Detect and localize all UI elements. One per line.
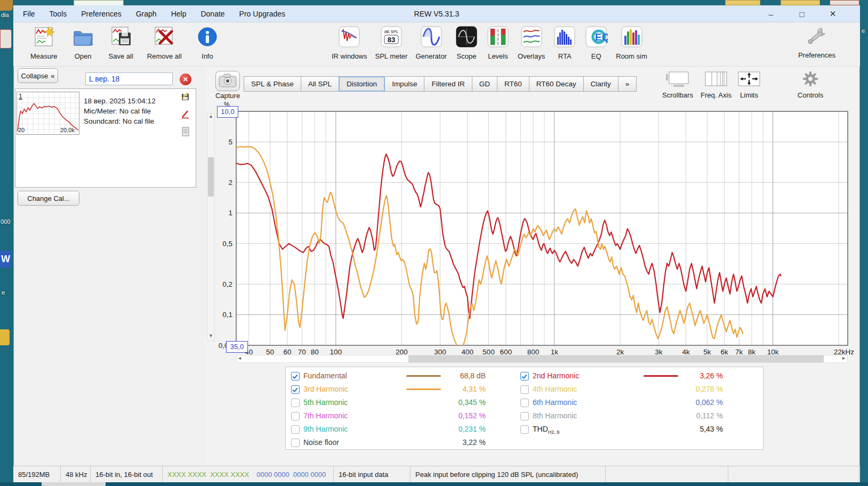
svg-text:6: 6	[497, 37, 499, 41]
eq-button[interactable]: EQEQ	[584, 25, 608, 60]
levels-icon: 0369	[486, 25, 510, 51]
collapse-button[interactable]: Collapse «	[18, 68, 58, 83]
desktop-icon-fragment	[0, 29, 12, 48]
tab-rt60[interactable]: RT60	[497, 76, 529, 92]
graph-tabs: SPL & PhaseAll SPLDistortionImpulseFilte…	[244, 76, 637, 92]
legend-value-3rd-harmonic: 4,31 %	[427, 385, 486, 393]
legend-label-5th-harmonic: 5th Harmonic	[303, 398, 348, 407]
checkbox-2nd-harmonic[interactable]	[520, 372, 529, 380]
overlays-button[interactable]: Overlays	[518, 25, 545, 60]
tab-spl-phase[interactable]: SPL & Phase	[244, 76, 301, 92]
desktop-icon-label-fragment: e	[862, 28, 865, 34]
tab-rt60-decay[interactable]: RT60 Decay	[529, 76, 584, 92]
capture-button[interactable]	[215, 71, 240, 91]
status-hex: XXXX XXXX XXXX XXXX	[167, 471, 249, 479]
menu-pro-upgrades[interactable]: Pro Upgrades	[239, 10, 285, 18]
status-bar: 85/192MB48 kHz16-bit in, 16-bit outXXXX …	[13, 466, 860, 482]
rta-button[interactable]: RTA	[553, 25, 576, 60]
legend-value-4th-harmonic: 0,278 %	[664, 385, 723, 393]
checkbox-3rd-harmonic[interactable]	[291, 385, 300, 394]
eq-icon: EQ	[584, 25, 608, 51]
limits-button[interactable]: Limits	[724, 71, 775, 99]
scroll-right-icon[interactable]: ►	[841, 356, 846, 361]
measure-icon	[32, 25, 55, 51]
tab-filtered-ir[interactable]: Filtered IR	[424, 76, 472, 92]
levels-button[interactable]: 0369Levels	[486, 25, 510, 60]
checkbox-4th-harmonic[interactable]	[520, 385, 529, 394]
checkbox-fundamental[interactable]	[291, 372, 300, 380]
tab-distortion[interactable]: Distortion	[339, 76, 385, 92]
desktop-icon-fragment	[0, 0, 13, 11]
legend-label-2nd-harmonic: 2nd Harmonic	[533, 371, 579, 380]
menu-donate[interactable]: Donate	[200, 10, 224, 18]
tab-gd[interactable]: GD	[472, 76, 497, 92]
tab-clarity[interactable]: Clarity	[583, 76, 618, 92]
legend-label-noise-floor: Noise floor	[303, 438, 339, 447]
menu-file[interactable]: File	[23, 10, 35, 18]
legend-label-8th-harmonic: 8th Harmonic	[533, 411, 577, 420]
close-button[interactable]: ✕	[827, 9, 839, 19]
legend-label-thd: THDH2..9	[533, 425, 559, 435]
menu-bar: FileToolsPreferencesGraphHelpDonatePro U…	[23, 5, 285, 22]
menu-help[interactable]: Help	[171, 10, 187, 18]
scrollbars-icon	[665, 71, 690, 89]
desktop: dia 000 e k e W FileToolsPreferencesGrap…	[0, 0, 868, 486]
y-tick: 2	[228, 179, 232, 187]
removeall-button[interactable]: Remove all	[147, 25, 182, 60]
toolbar: MeasureOpenSave allRemove allInfo IR win…	[13, 22, 860, 67]
status-cell-3: XXXX XXXX XXXX XXXX0000 0000 0000 0000	[163, 466, 334, 482]
checkbox-5th-harmonic[interactable]	[291, 399, 300, 407]
measurement-mic: Mic/Meter: No cal file	[84, 107, 151, 115]
desktop-icon-label-fragment: 000	[1, 218, 10, 225]
tab-[interactable]: »	[618, 76, 637, 92]
trace-style-pen-icon[interactable]	[181, 109, 190, 121]
distortion-plot[interactable]: 40506070801002003004005006008001k2k3k4k5…	[211, 99, 856, 365]
menu-graph[interactable]: Graph	[136, 10, 157, 18]
measure-button[interactable]: Measure	[30, 25, 58, 60]
menu-preferences[interactable]: Preferences	[81, 10, 121, 18]
scope-icon	[455, 25, 478, 51]
svg-text:9: 9	[497, 42, 499, 45]
save-measurement-icon[interactable]	[181, 92, 190, 103]
horizontal-scroll-thumb[interactable]	[408, 355, 824, 362]
minimize-button[interactable]: –	[765, 10, 777, 19]
menu-tools[interactable]: Tools	[50, 10, 67, 18]
change-cal-button[interactable]: Change Cal...	[18, 191, 79, 206]
checkbox-9th-harmonic[interactable]	[291, 425, 300, 434]
desktop-icon-label-fragment: e	[2, 289, 5, 296]
y-tick: 1	[228, 209, 232, 217]
checkbox-7th-harmonic[interactable]	[291, 412, 300, 420]
checkbox-thd[interactable]	[520, 425, 529, 434]
saveall-button[interactable]: Save all	[109, 25, 133, 60]
scroll-left-icon[interactable]: ◄	[237, 356, 242, 361]
delete-measurement-icon[interactable]: ✕	[180, 74, 191, 85]
checkbox-noise-floor[interactable]	[291, 439, 300, 447]
collapse-chevron-icon: «	[51, 72, 54, 80]
x-axis-left-limit-box[interactable]: 35,0	[226, 341, 248, 353]
legend-value-thd: 5,43 %	[664, 425, 723, 433]
checkbox-6th-harmonic[interactable]	[520, 399, 529, 407]
desktop-icon-fragment	[0, 329, 10, 345]
desktop-icon-fragment: W	[0, 250, 11, 268]
window-controls: – □ ✕	[765, 5, 839, 22]
checkbox-8th-harmonic[interactable]	[520, 412, 529, 420]
info-button[interactable]: Info	[196, 25, 219, 60]
y-axis-top-limit-box[interactable]: 10,0	[217, 106, 238, 118]
notes-icon[interactable]	[181, 127, 190, 139]
maximize-button[interactable]: □	[796, 10, 808, 19]
scope-button[interactable]: Scope	[455, 25, 478, 60]
tab-all-spl[interactable]: All SPL	[301, 76, 339, 92]
toolbar-left-group: MeasureOpenSave allRemove allInfo	[30, 25, 219, 60]
legend-value-7th-harmonic: 0,152 %	[427, 411, 486, 420]
open-button[interactable]: Open	[71, 25, 95, 60]
splmeter-button[interactable]: dB SPL83SPL meter	[375, 25, 407, 60]
legend-value-6th-harmonic: 0,062 %	[664, 398, 723, 407]
generator-button[interactable]: Generator	[415, 25, 447, 60]
roomsim-button[interactable]: Room sim	[616, 25, 647, 60]
preferences-button[interactable]: Preferences	[787, 25, 846, 59]
measurement-name-input[interactable]	[85, 72, 173, 85]
roomsim-icon	[620, 25, 644, 51]
tab-impulse[interactable]: Impulse	[384, 76, 424, 92]
controls-button[interactable]: Controls	[785, 71, 836, 99]
irwindows-button[interactable]: IR windows	[332, 25, 367, 60]
